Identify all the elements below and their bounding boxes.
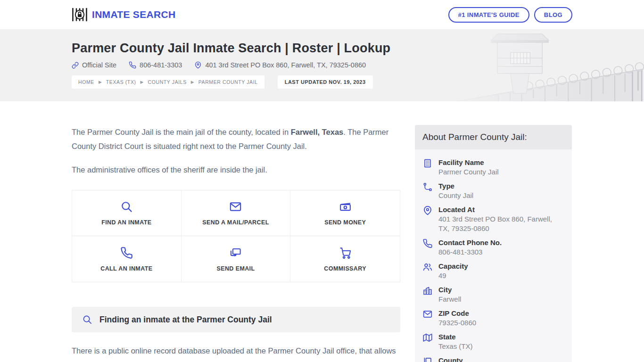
section-title: Finding an inmate at the Parmer County J…	[99, 315, 272, 325]
send-money-button[interactable]: SEND MONEY	[290, 190, 400, 236]
about-panel-title: About Parmer County Jail:	[422, 132, 527, 142]
breadcrumb-home[interactable]: HOME	[78, 79, 94, 85]
action-label: FIND AN INMATE	[101, 219, 151, 226]
breadcrumb: HOME ▶ TEXAS (TX) ▶ COUNTY JAILS ▶ PARME…	[72, 75, 264, 89]
capacity-row: Capacity 49	[422, 262, 564, 280]
field-value: Texas (TX)	[438, 342, 473, 351]
search-icon	[82, 314, 92, 325]
header-buttons: #1 INMATE'S GUIDE BLOG	[448, 7, 572, 23]
field-value: County Jail	[438, 191, 473, 200]
envelope-icon	[422, 309, 433, 319]
field-label: Capacity	[438, 262, 468, 271]
phone-link[interactable]: 806-481-3303	[129, 61, 182, 69]
action-label: SEND EMAIL	[216, 265, 255, 272]
action-label: SEND A MAIL/PARCEL	[202, 219, 269, 226]
field-value: Farwell	[438, 295, 461, 304]
blog-button[interactable]: BLOG	[534, 7, 572, 23]
phone-icon	[422, 238, 433, 248]
shopping-cart-icon	[339, 247, 352, 259]
field-label: ZIP Code	[438, 309, 476, 318]
field-label: Contact Phone No.	[438, 238, 502, 247]
map-icon	[422, 332, 433, 343]
envelope-icon	[229, 200, 242, 213]
phone-number: 806-481-3303	[140, 61, 182, 69]
send-mail-parcel-button[interactable]: SEND A MAIL/PARCEL	[182, 190, 291, 236]
breadcrumb-current: PARMER COUNTY JAIL	[198, 79, 258, 85]
field-label: City	[438, 285, 461, 295]
send-email-button[interactable]: SEND EMAIL	[182, 236, 291, 282]
finding-inmate-section-header: Finding an inmate at the Parmer County J…	[72, 307, 400, 332]
field-label: Type	[438, 181, 473, 191]
database-paragraph: There is a public online record database…	[72, 344, 400, 362]
official-site-link[interactable]: Official Site	[72, 61, 116, 69]
banknote-icon	[339, 200, 352, 213]
zip-code-row: ZIP Code 79325-0860	[422, 309, 564, 328]
facility-meta-row: Official Site 806-481-3303 401 3rd Stree…	[72, 61, 644, 69]
article-content: The Parmer County Jail is the main jail …	[72, 125, 400, 362]
call-an-inmate-button[interactable]: CALL AN INMATE	[72, 236, 182, 282]
site-logo[interactable]: INMATE SEARCH	[72, 8, 175, 22]
action-label: CALL AN INMATE	[100, 265, 152, 272]
breadcrumb-state[interactable]: TEXAS (TX)	[106, 79, 136, 85]
field-value: 49	[438, 271, 468, 280]
field-value: 79325-0860	[438, 318, 476, 328]
field-label: Located At	[438, 205, 564, 214]
type-row: Type County Jail	[422, 181, 564, 200]
map-pin-icon	[194, 61, 202, 69]
field-value: 401 3rd Street PO Box 860, Farwell, TX, …	[438, 214, 564, 233]
breadcrumb-county-jails[interactable]: COUNTY JAILS	[148, 79, 187, 85]
about-panel-header: About Parmer County Jail:	[415, 125, 572, 149]
admin-offices-paragraph: The administrative offices of the sherif…	[72, 163, 400, 177]
field-value: 806-481-3303	[438, 247, 502, 257]
site-logo-text: INMATE SEARCH	[92, 9, 175, 20]
door-icon	[422, 356, 433, 362]
county-row: County	[422, 356, 564, 362]
people-icon	[422, 262, 433, 272]
chevron-right-icon: ▶	[140, 80, 144, 84]
phone-icon	[129, 61, 136, 69]
commissary-button[interactable]: COMMISSARY	[290, 236, 400, 282]
field-label: State	[438, 332, 473, 342]
route-icon	[422, 181, 433, 192]
page-title: Parmer County Jail Inmate Search | Roste…	[72, 41, 644, 56]
inmates-guide-button[interactable]: #1 INMATE'S GUIDE	[448, 7, 529, 23]
intro-paragraph: The Parmer County Jail is the main jail …	[72, 125, 400, 153]
inmate-actions-grid: FIND AN INMATE SEND A MAIL/PARCEL SEND M…	[72, 190, 400, 282]
action-label: SEND MONEY	[324, 219, 366, 226]
address-item: 401 3rd Street PO Box 860, Farwell, TX, …	[194, 61, 366, 69]
contact-phone-row: Contact Phone No. 806-481-3303	[422, 238, 564, 257]
top-navigation-bar: INMATE SEARCH #1 INMATE'S GUIDE BLOG	[0, 0, 644, 29]
official-site-label: Official Site	[82, 61, 116, 69]
link-icon	[72, 62, 79, 69]
chevron-right-icon: ▶	[99, 80, 102, 84]
field-label: Facility Name	[438, 158, 499, 167]
address-text: 401 3rd Street PO Box 860, Farwell, TX, …	[205, 61, 366, 69]
chevron-right-icon: ▶	[191, 80, 194, 84]
field-value: Parmer County Jail	[438, 167, 499, 177]
city-row: City Farwell	[422, 285, 564, 304]
about-facility-panel: About Parmer County Jail: Facility Name …	[415, 125, 572, 362]
action-label: COMMISSARY	[324, 265, 366, 272]
chat-bubbles-icon	[229, 247, 242, 259]
phone-icon	[120, 247, 133, 259]
jail-bars-lock-icon	[72, 8, 88, 22]
map-pin-icon	[422, 205, 433, 215]
about-panel-body: Facility Name Parmer County Jail Type Co…	[415, 149, 572, 362]
field-label: County	[438, 356, 463, 362]
state-row: State Texas (TX)	[422, 332, 564, 351]
building-icon	[422, 158, 433, 168]
facility-name-row: Facility Name Parmer County Jail	[422, 158, 564, 177]
search-icon	[120, 200, 133, 213]
city-icon	[422, 285, 433, 296]
last-updated-badge: LAST UPDATED NOV. 19, 2023	[278, 75, 373, 89]
hero-section: Parmer County Jail Inmate Search | Roste…	[0, 29, 644, 101]
find-an-inmate-button[interactable]: FIND AN INMATE	[72, 190, 182, 236]
located-at-row: Located At 401 3rd Street PO Box 860, Fa…	[422, 205, 564, 233]
